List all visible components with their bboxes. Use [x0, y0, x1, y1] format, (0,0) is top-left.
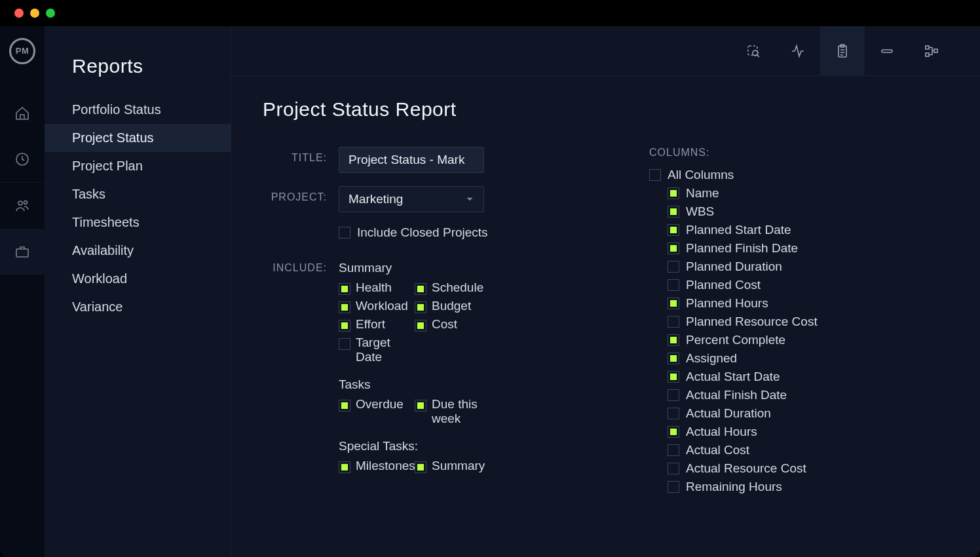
column-option[interactable]: Planned Resource Cost	[668, 315, 818, 329]
column-option[interactable]: Assigned	[668, 351, 818, 366]
rail-clock-icon[interactable]	[0, 136, 45, 182]
column-option[interactable]: Actual Cost	[668, 443, 818, 457]
page-title: Project Status Report	[263, 98, 954, 121]
column-checkbox[interactable]	[668, 261, 679, 273]
columns-all-row[interactable]: All Columns	[649, 168, 818, 182]
column-option[interactable]: WBS	[668, 204, 818, 219]
column-checkbox[interactable]	[668, 242, 679, 254]
column-option[interactable]: Actual Resource Cost	[668, 461, 818, 476]
maximize-window-button[interactable]	[46, 9, 55, 18]
sidebar-item-project-status[interactable]: Project Status	[45, 124, 231, 152]
include-checkbox[interactable]	[339, 320, 350, 332]
sidebar-item-workload[interactable]: Workload	[45, 265, 231, 293]
column-option[interactable]: Planned Duration	[668, 259, 818, 274]
sidebar-item-variance[interactable]: Variance	[45, 293, 231, 321]
column-option-label: Remaining Hours	[686, 480, 782, 494]
column-option-label: Name	[686, 186, 719, 201]
include-option[interactable]: Milestones	[339, 459, 412, 473]
column-option[interactable]: Planned Finish Date	[668, 241, 818, 256]
column-option[interactable]: Planned Start Date	[668, 223, 818, 237]
include-option[interactable]: Effort	[339, 317, 412, 332]
include-option-label: Cost	[432, 317, 457, 332]
project-select[interactable]: Marketing	[339, 186, 484, 212]
column-checkbox[interactable]	[668, 224, 679, 236]
column-checkbox[interactable]	[668, 298, 679, 309]
topbar-flow-icon[interactable]	[909, 26, 954, 76]
include-checkbox[interactable]	[415, 400, 426, 412]
include-option[interactable]: Cost	[415, 317, 493, 332]
rail-home-icon[interactable]	[0, 90, 45, 136]
include-option-label: Summary	[432, 459, 485, 473]
include-option[interactable]: Health	[339, 280, 412, 295]
column-checkbox[interactable]	[668, 334, 679, 346]
rail-people-icon[interactable]	[0, 183, 45, 229]
include-option[interactable]: Workload	[339, 299, 412, 313]
topbar-search-icon[interactable]	[731, 26, 776, 76]
include-checkbox[interactable]	[339, 400, 350, 412]
include-option[interactable]: Overdue	[339, 397, 412, 426]
include-option[interactable]: Due this week	[415, 397, 493, 426]
app-logo[interactable]: PM	[0, 26, 45, 76]
svg-point-1	[18, 201, 22, 205]
title-label: TITLE:	[263, 147, 339, 164]
column-checkbox[interactable]	[668, 279, 679, 291]
include-checkbox[interactable]	[339, 338, 350, 350]
include-option[interactable]: Summary	[415, 459, 493, 473]
main: Project Status Report TITLE: PR	[231, 26, 980, 557]
column-option[interactable]: Name	[668, 186, 818, 201]
minimize-window-button[interactable]	[30, 9, 39, 18]
include-closed-label: Include Closed Projects	[357, 225, 488, 240]
app-logo-text: PM	[9, 38, 35, 64]
title-input[interactable]	[339, 147, 484, 173]
column-option[interactable]: Planned Cost	[668, 278, 818, 292]
include-checkbox[interactable]	[415, 301, 426, 313]
topbar-activity-icon[interactable]	[776, 26, 820, 76]
columns-all-checkbox[interactable]	[649, 169, 661, 181]
column-option-label: Planned Finish Date	[686, 241, 798, 256]
column-option-label: Planned Cost	[686, 278, 761, 292]
include-option[interactable]: Budget	[415, 299, 493, 313]
sidebar-item-availability[interactable]: Availability	[45, 237, 231, 265]
close-window-button[interactable]	[14, 9, 24, 18]
topbar-clipboard-icon[interactable]	[820, 26, 865, 76]
column-option[interactable]: Actual Finish Date	[668, 388, 818, 402]
topbar-link-icon[interactable]	[865, 26, 909, 76]
titlebar	[0, 0, 980, 26]
sidebar-item-project-plan[interactable]: Project Plan	[45, 152, 231, 180]
include-checkbox[interactable]	[415, 283, 426, 295]
column-option[interactable]: Actual Hours	[668, 425, 818, 439]
project-label: PROJECT:	[263, 186, 339, 203]
column-checkbox[interactable]	[668, 463, 679, 474]
include-checkbox[interactable]	[415, 461, 426, 473]
column-option-label: Actual Start Date	[686, 370, 780, 384]
include-option-label: Due this week	[432, 397, 493, 426]
column-checkbox[interactable]	[668, 426, 679, 438]
column-option[interactable]: Actual Start Date	[668, 370, 818, 384]
column-checkbox[interactable]	[668, 371, 679, 383]
column-checkbox[interactable]	[668, 187, 679, 199]
sidebar-item-tasks[interactable]: Tasks	[45, 180, 231, 208]
column-checkbox[interactable]	[668, 316, 679, 328]
rail-briefcase-icon[interactable]	[0, 229, 45, 275]
include-checkbox[interactable]	[339, 301, 350, 313]
column-option[interactable]: Planned Hours	[668, 296, 818, 311]
column-checkbox[interactable]	[668, 206, 679, 218]
include-checkbox[interactable]	[339, 283, 350, 295]
column-checkbox[interactable]	[668, 408, 679, 419]
include-checkbox[interactable]	[415, 320, 426, 332]
include-closed-checkbox[interactable]	[339, 227, 350, 239]
include-closed-row[interactable]: Include Closed Projects	[339, 225, 577, 240]
include-option[interactable]: Target Date	[339, 336, 412, 364]
include-checkbox[interactable]	[339, 461, 350, 473]
column-checkbox[interactable]	[668, 389, 679, 401]
column-checkbox[interactable]	[668, 481, 679, 493]
column-option[interactable]: Percent Complete	[668, 333, 818, 347]
column-option[interactable]: Actual Duration	[668, 406, 818, 421]
include-option[interactable]: Schedule	[415, 280, 493, 295]
column-checkbox[interactable]	[668, 353, 679, 364]
column-checkbox[interactable]	[668, 444, 679, 456]
include-group-heading: Special Tasks:	[339, 439, 577, 453]
sidebar-item-timesheets[interactable]: Timesheets	[45, 208, 231, 237]
column-option[interactable]: Remaining Hours	[668, 480, 818, 494]
sidebar-item-portfolio-status[interactable]: Portfolio Status	[45, 96, 231, 124]
